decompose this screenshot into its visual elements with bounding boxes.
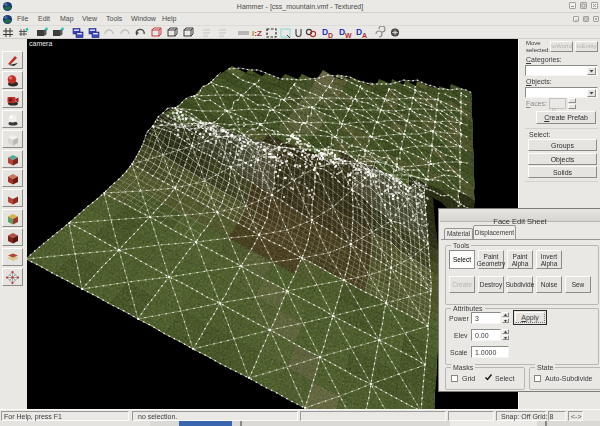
svg-text:I:Z: I:Z [252,29,262,38]
svg-text:D: D [328,32,333,39]
svg-text:W: W [345,32,352,39]
svg-text:A: A [362,32,367,39]
